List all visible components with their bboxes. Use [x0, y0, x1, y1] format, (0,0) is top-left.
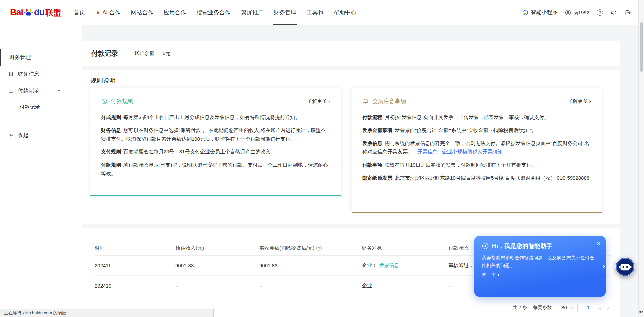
assistant-popup-body: 我会帮助您诊断合作链路问题，以及解答您关于任何合作相关的问题。: [482, 254, 594, 269]
rules-section: 规则说明 付款规则 了解更多 › 分成规则每月第3或4个工作日产出上月分成信息及…: [82, 70, 620, 224]
col-actual-amount: 实收金额(扣除税费后/元) ?: [259, 245, 362, 251]
chevron-right-icon: ›: [589, 98, 591, 104]
chevron-down-icon: [570, 306, 574, 310]
per-page-label: 每页条数: [533, 305, 552, 311]
rule-item-invoice-info: 发票信息需与系统内发票信息内容完全一致，否则无法支付。请根据发票信息页面中“百度…: [362, 139, 591, 156]
cell-entity: 企业： 发票信息: [362, 262, 448, 269]
paw-icon: [24, 8, 33, 17]
page-title: 付款记录: [91, 49, 118, 58]
smart-miniapp-link[interactable]: 智能小程序: [522, 9, 557, 16]
payment-rules-card-header: 付款规则 了解更多 ›: [101, 97, 330, 105]
robot-icon: [615, 257, 635, 276]
per-page-select[interactable]: 30: [558, 303, 578, 312]
page-header: 付款记录 账户余额： 0元: [82, 41, 620, 66]
cell-estimated: 9001.83: [175, 263, 259, 268]
username: jyj1992: [573, 10, 589, 15]
close-icon[interactable]: ×: [596, 239, 600, 247]
collapse-icon: [8, 132, 14, 138]
logo-text-bai: Bai: [10, 7, 23, 18]
user-account[interactable]: jyj1992: [565, 10, 589, 16]
sidebar-item-payment-records[interactable]: 付款记录: [0, 82, 82, 99]
nav-search-business[interactable]: 搜索业务合作: [192, 0, 236, 25]
invoice-info-table-link[interactable]: 发票信息: [379, 262, 399, 269]
flame-icon: [95, 10, 101, 15]
member-notes-card: 会员注意事项 了解更多 › 付款流程月初按“发票信息”页面开具发票→上传发票→邮…: [352, 88, 602, 213]
sidebar: 财务管理 财务信息 付款记录 付款记录: [0, 25, 82, 317]
top-navigation: Bai du 联盟 首页 AI 合作 网站合作 应用合作 搜索业务合作 聚屏推广…: [0, 0, 644, 25]
rule-item-payment-status: 付款规则若付款状态显示“已支付”，说明联盟已安排了您的付款。支付后三个工作日内到…: [101, 161, 330, 178]
browser-status-bar: 正在等待 xlab.baidu.com 的响应...: [0, 309, 214, 317]
nav-app-cooperation[interactable]: 应用合作: [159, 0, 192, 25]
finance-info-icon: [8, 71, 14, 77]
col-finance-entity: 财务对象: [362, 245, 448, 251]
total-count: 共 2 条: [513, 305, 527, 311]
invoice-info-link[interactable]: 开票信息: [417, 149, 437, 154]
media-icon: [639, 309, 644, 316]
sidebar-divider: [0, 123, 72, 123]
help-icon[interactable]: ?: [597, 9, 603, 16]
payment-rules-title: 付款规则: [111, 97, 133, 105]
miniapp-icon: [522, 10, 528, 16]
cell-time: 202410: [95, 283, 175, 289]
cell-time: 202411: [95, 263, 175, 268]
topnav-right-cluster: 智能小程序 jyj1992 ?: [522, 9, 631, 16]
main-nav: 首页 AI 合作 网站合作 应用合作 搜索业务合作 聚屏推广 财务管理 工具包 …: [69, 0, 362, 25]
page-number-current[interactable]: 1: [584, 303, 593, 312]
payment-rules-body: 分成规则每月第3或4个工作日产出上月分成信息及发票信息，如有特殊情况将提前通知。…: [101, 113, 330, 178]
assistant-popup-header: Hi，我是您的智能助手: [482, 242, 598, 250]
next-page-icon[interactable]: ›: [607, 304, 609, 311]
popup-arrow-icon[interactable]: ›: [602, 261, 605, 271]
payment-rules-more-link[interactable]: 了解更多 ›: [307, 98, 330, 104]
nav-home[interactable]: 首页: [69, 0, 90, 25]
nav-finance-management[interactable]: 财务管理: [269, 0, 302, 25]
payment-rules-card: 付款规则 了解更多 › 分成规则每月第3或4个工作日产出上月分成信息及发票信息，…: [90, 88, 341, 196]
col-estimated-income: 预估收入(元): [175, 245, 259, 251]
user-icon: [565, 10, 571, 16]
prev-page-icon[interactable]: ‹: [599, 304, 601, 311]
member-notes-icon: [362, 98, 369, 105]
nav-juping-promotion[interactable]: 聚屏推广: [236, 0, 269, 25]
sidebar-section-finance-management[interactable]: 财务管理: [0, 49, 82, 66]
sidebar-item-finance-info[interactable]: 财务信息: [0, 66, 82, 82]
balance-value: 0元: [163, 50, 170, 57]
info-icon[interactable]: ?: [316, 246, 322, 251]
ask-now-link[interactable]: 问一下 >: [482, 272, 598, 278]
rule-item-payment-flow: 付款流程月初按“发票信息”页面开具发票→上传发票→邮寄发票→审核→确认支付。: [362, 113, 591, 122]
scrollbar-thumb[interactable]: [640, 22, 643, 72]
balance-label: 账户余额：: [134, 50, 159, 57]
nav-ai-cooperation[interactable]: AI 合作: [90, 0, 126, 25]
chevron-right-icon: ›: [328, 98, 330, 104]
rule-item-mailing-address: 邮寄纸质发票北京市海淀区西北旺东路10号院百度科技园5号楼 百度联盟财务组（收）…: [362, 174, 591, 182]
member-notes-body: 付款流程月初按“发票信息”页面开具发票→上传发票→邮寄发票→审核→确认支付。 发…: [362, 113, 591, 182]
sound-icon[interactable]: [610, 9, 617, 16]
cell-estimated: --: [175, 283, 259, 289]
nav-help-center[interactable]: 帮助中心: [329, 0, 362, 25]
sidebar-collapse-button[interactable]: 收起: [0, 127, 82, 144]
pagination: 共 2 条 每页条数 30 1 ‹ ›: [513, 303, 610, 312]
rule-item-sharing: 分成规则每月第3或4个工作日产出上月分成信息及发票信息，如有特殊情况将提前通知。: [101, 113, 330, 122]
rules-section-title: 规则说明: [90, 76, 602, 85]
member-notes-card-header: 会员注意事项 了解更多 ›: [362, 97, 591, 105]
logout-icon[interactable]: [625, 9, 631, 16]
member-notes-more-link[interactable]: 了解更多 ›: [568, 98, 591, 104]
payment-records-icon: [8, 88, 14, 94]
nav-toolkit[interactable]: 工具包: [302, 0, 329, 25]
member-notes-title: 会员注意事项: [372, 97, 406, 105]
browser-status-text: 正在等待 xlab.baidu.com 的响应...: [4, 310, 70, 316]
cell-actual: --: [259, 283, 362, 289]
page-scrollbar[interactable]: [638, 0, 644, 317]
assistant-popup: Hi，我是您的智能助手 × 我会帮助您诊断合作链路问题，以及解答您关于任何合作相…: [474, 236, 606, 297]
rule-item-pay-rule: 支付规则百度联盟会在每月20号—31号支付企业会员上个自然月产生的收入。: [101, 147, 330, 156]
col-time: 时间: [95, 245, 175, 251]
sidebar-section-title: 财务管理: [9, 54, 31, 61]
compass-icon: [482, 242, 489, 250]
sidebar-subitem-payment-records[interactable]: 付款记录: [0, 99, 82, 116]
rule-item-finance-info: 财务信息您可以在财务信息中选择“保留付款”。 在此期间您产生的收入,将在账户内进…: [101, 126, 330, 143]
logo-text-du: du: [34, 7, 44, 18]
payment-rules-icon: [101, 98, 108, 105]
baidu-union-logo[interactable]: Bai du 联盟: [10, 7, 61, 18]
account-balance: 账户余额： 0元: [134, 50, 170, 57]
assistant-fab-button[interactable]: [615, 257, 635, 276]
small-taxpayer-notice-link[interactable]: 企业小规模纳税人开票须知: [442, 149, 502, 154]
nav-website-cooperation[interactable]: 网站合作: [126, 0, 159, 25]
